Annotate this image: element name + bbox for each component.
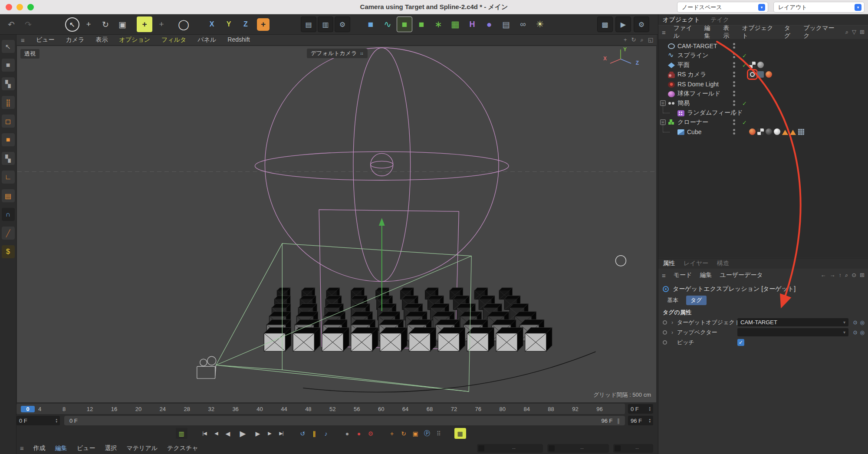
play-button[interactable]: ▶: [234, 428, 252, 439]
view-label[interactable]: 透視: [20, 49, 39, 59]
object-name[interactable]: 簡易: [677, 99, 690, 107]
object-name[interactable]: スプライン: [677, 52, 709, 59]
tab-attributes[interactable]: 属性: [663, 260, 675, 267]
maximize-view-icon[interactable]: ◱: [648, 36, 653, 43]
deformer-icon[interactable]: ●: [481, 16, 497, 32]
hamburger-icon[interactable]: ≡: [20, 444, 24, 452]
frame-tick[interactable]: 60: [378, 406, 402, 412]
menu-item[interactable]: 表示: [723, 24, 734, 40]
menu-item[interactable]: ビュー: [77, 444, 95, 452]
stepper-icon[interactable]: [649, 406, 651, 411]
menu-item[interactable]: 編集: [700, 271, 712, 279]
material-tag-icon[interactable]: [757, 62, 764, 68]
key-position-button[interactable]: +: [386, 428, 398, 439]
move-tool-icon[interactable]: +: [81, 16, 96, 32]
viewport-canvas[interactable]: [17, 46, 656, 402]
search-icon[interactable]: ⌕: [845, 272, 848, 279]
end-frame-field[interactable]: 96 F: [628, 416, 653, 425]
object-name[interactable]: CAM-TARGET: [677, 43, 717, 49]
hamburger-icon[interactable]: ≡: [662, 29, 666, 36]
object-row-spline[interactable]: スプライン ✓: [658, 51, 868, 60]
menu-item[interactable]: Redshift: [227, 36, 250, 44]
tab-objects[interactable]: オブジェクト: [663, 16, 700, 24]
dropdown-icon[interactable]: ▾: [843, 320, 845, 325]
object-name[interactable]: RS Dome Light: [677, 81, 719, 88]
undo-icon[interactable]: ↶: [3, 16, 19, 32]
play-icon[interactable]: ▶: [615, 16, 631, 32]
menu-item[interactable]: ファイル: [674, 24, 697, 40]
add-cube-icon[interactable]: ■: [363, 16, 378, 32]
up-vector-field[interactable]: ▾: [737, 328, 848, 336]
visibility-toggles[interactable]: [733, 91, 735, 96]
camera-label[interactable]: デフォルトカメラ ⠶: [307, 49, 368, 58]
nodespace-select[interactable]: ノードスペース ▾: [677, 2, 768, 13]
prev-frame-button[interactable]: ◀: [222, 428, 234, 439]
light-icon[interactable]: ☀: [532, 16, 548, 32]
pen-spline-icon[interactable]: ∿: [380, 16, 395, 32]
keyframe-record-button[interactable]: ●: [353, 428, 365, 439]
target-expression-tag-icon[interactable]: [749, 71, 756, 78]
render-region-icon[interactable]: ▥: [318, 16, 333, 32]
uv-tag-icon[interactable]: [749, 62, 756, 68]
goto-start-button[interactable]: |◀: [199, 428, 210, 439]
active-move-tool-icon[interactable]: +: [137, 16, 152, 32]
menu-item[interactable]: 作成: [33, 444, 46, 452]
frame-tick[interactable]: 20: [135, 406, 160, 412]
material-tag-icon[interactable]: [774, 128, 780, 135]
scale-tool-icon[interactable]: ▣: [115, 16, 130, 32]
simulation-icon[interactable]: ∗: [431, 16, 446, 32]
object-name[interactable]: 平面: [677, 61, 690, 69]
edge-mode-icon[interactable]: ◻: [2, 115, 15, 128]
frame-tick[interactable]: 32: [208, 406, 232, 412]
keyframe-dot-icon[interactable]: [663, 340, 667, 345]
expand-arrow-icon[interactable]: ›: [671, 329, 675, 336]
polygon-mode-icon[interactable]: ■: [2, 133, 15, 146]
rs-camera-tag-icon[interactable]: [757, 71, 764, 78]
keyframe-dot-icon[interactable]: [663, 320, 667, 325]
object-name[interactable]: 球体フィールド: [677, 90, 720, 98]
visibility-toggles[interactable]: [733, 81, 735, 87]
mograph-cloner-icon[interactable]: ■: [397, 16, 412, 32]
frame-tick[interactable]: 80: [500, 406, 524, 412]
tab-layers[interactable]: レイヤー: [684, 260, 708, 267]
search-icon[interactable]: ⌕: [845, 29, 848, 36]
visibility-toggles[interactable]: [733, 43, 735, 49]
rotate-tool-icon[interactable]: ↻: [98, 16, 113, 32]
menu-item[interactable]: オプション: [119, 36, 150, 44]
object-row-rs-camera[interactable]: RS カメラ: [658, 70, 868, 79]
range-grip-icon[interactable]: ∥: [617, 418, 620, 424]
pointer-tool-icon[interactable]: ↖: [2, 40, 15, 53]
autokey-button[interactable]: ▦: [454, 428, 466, 439]
visibility-toggles[interactable]: [733, 110, 735, 115]
menu-item[interactable]: 編集: [55, 444, 67, 452]
z-axis-lock-icon[interactable]: Z: [238, 16, 253, 32]
constraint-icon[interactable]: ∞: [515, 16, 531, 32]
menu-item[interactable]: フィルタ: [161, 36, 186, 44]
picker-icon[interactable]: ⊙: [853, 319, 857, 326]
camera-menu-icon[interactable]: ⠶: [360, 51, 363, 56]
object-row-plane[interactable]: 平面 ✓: [658, 60, 868, 70]
keyframe-mode-button[interactable]: ∥: [309, 428, 320, 439]
keyframe-dot-icon[interactable]: [663, 330, 667, 335]
frame-tick[interactable]: 92: [572, 406, 596, 412]
key-rotation-button[interactable]: ↻: [398, 428, 410, 439]
frame-tick[interactable]: 68: [427, 406, 451, 412]
hamburger-icon[interactable]: ≡: [21, 36, 25, 44]
next-key-button[interactable]: ▶: [264, 428, 276, 439]
frame-tick[interactable]: 36: [232, 406, 256, 412]
enabled-check-icon[interactable]: ✓: [742, 119, 747, 126]
prev-key-button[interactable]: ◀: [210, 428, 222, 439]
key-point-button[interactable]: ⠿: [433, 428, 445, 439]
frame-tick[interactable]: 4: [38, 406, 62, 412]
pan-view-icon[interactable]: +: [624, 36, 627, 43]
uv-mode-icon[interactable]: ▚: [2, 152, 15, 165]
visibility-toggles[interactable]: [733, 129, 735, 135]
tab-takes[interactable]: テイク: [710, 16, 729, 24]
tab-tag[interactable]: タグ: [686, 296, 707, 305]
object-row-random-field[interactable]: ランダムフィールド: [658, 108, 868, 118]
picker-icon[interactable]: ⊙: [853, 329, 857, 336]
pick-object-icon[interactable]: ◎: [860, 329, 865, 336]
tab-structure[interactable]: 構造: [717, 260, 729, 267]
frame-tick[interactable]: 12: [87, 406, 111, 412]
object-row-cube[interactable]: Cube: [658, 127, 868, 137]
